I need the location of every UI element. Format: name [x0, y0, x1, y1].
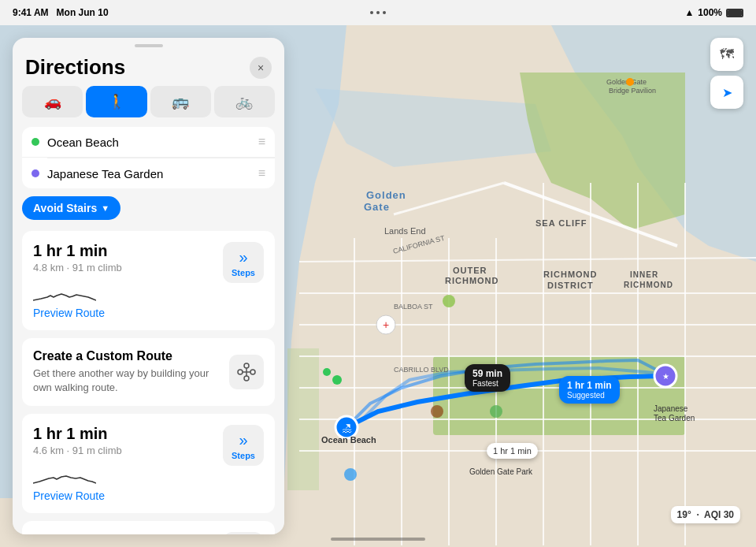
svg-point-22: [323, 368, 331, 376]
suggested-label: Suggested: [567, 391, 612, 400]
elevation-chart-2: [33, 464, 96, 486]
elevation-chart-1: [33, 281, 96, 303]
steps-label-2: Steps: [232, 451, 255, 460]
walk-icon: 🚶: [108, 93, 125, 110]
avoid-stairs-label: Avoid Stairs: [33, 202, 97, 214]
route-card-2[interactable]: » Steps 1 hr 1 min 4.6 km · 91 m climb P…: [22, 414, 275, 513]
destination-text: Japanese Tea Garden: [47, 167, 250, 180]
transport-transit[interactable]: 🚌: [150, 86, 211, 117]
status-bar: 9:41 AM Mon Jun 10 ▲ 100%: [0, 0, 756, 25]
fastest-label: Fastest: [472, 379, 502, 388]
steps-button-3[interactable]: » Steps: [223, 532, 264, 534]
bike-icon: 🚲: [235, 93, 253, 110]
drag-icon: ≡: [258, 135, 265, 149]
suggested-callout[interactable]: 1 hr 1 min Suggested: [559, 376, 620, 404]
route-1-actions: Preview Route: [33, 307, 264, 319]
steps-button-1[interactable]: » Steps: [223, 242, 264, 283]
svg-point-28: [490, 405, 502, 418]
panel-title: Directions: [25, 55, 125, 80]
map-icon: 🗺: [720, 47, 734, 63]
route-2-actions: Preview Route: [33, 489, 264, 502]
svg-text:Tea Garden: Tea Garden: [654, 414, 695, 422]
time-display: 9:41 AM: [13, 7, 49, 18]
svg-point-50: [238, 370, 243, 374]
date-display: Mon Jun 10: [57, 7, 109, 18]
svg-point-49: [626, 78, 634, 86]
svg-text:+: +: [383, 318, 389, 331]
map-buttons: 🗺 ➤: [710, 38, 743, 109]
svg-text:Ocean Beach: Ocean Beach: [321, 435, 376, 445]
steps-button-2[interactable]: » Steps: [223, 425, 264, 466]
steps-arrow-icon-2: »: [239, 431, 247, 449]
origin-text: Ocean Beach: [47, 136, 250, 149]
custom-route-text: Create a Custom Route Get there another …: [33, 349, 220, 395]
transport-walk[interactable]: 🚶: [86, 86, 146, 117]
custom-route-card[interactable]: Create a Custom Route Get there another …: [22, 338, 275, 406]
avoid-stairs-button[interactable]: Avoid Stairs ▼: [22, 196, 120, 220]
transport-car[interactable]: 🚗: [22, 86, 83, 117]
svg-point-27: [431, 405, 443, 418]
car-icon: 🚗: [44, 93, 61, 110]
svg-text:Golden Gate Park: Golden Gate Park: [469, 467, 533, 476]
svg-text:Japanese: Japanese: [654, 404, 688, 413]
custom-route-title: Create a Custom Route: [33, 349, 220, 363]
transit-icon: 🚌: [172, 93, 189, 110]
svg-text:RICHMOND: RICHMOND: [445, 276, 499, 285]
directions-panel: Directions × 🚗 🚶 🚌 🚲 Ocean Beach ≡ Japan…: [13, 38, 284, 534]
svg-text:INNER: INNER: [630, 270, 658, 279]
svg-text:Gate: Gate: [364, 201, 390, 213]
destination-input[interactable]: Japanese Tea Garden ≡: [22, 158, 275, 188]
custom-route-desc: Get there another way by building your o…: [33, 367, 220, 395]
svg-text:Golden: Golden: [366, 189, 406, 201]
svg-text:BALBOA ST: BALBOA ST: [394, 303, 433, 311]
preview-link-1[interactable]: Preview Route: [33, 307, 105, 319]
svg-text:🏖: 🏖: [342, 422, 352, 434]
svg-text:RICHMOND: RICHMOND: [543, 270, 598, 279]
svg-point-53: [244, 376, 249, 381]
custom-route-icon: [229, 355, 264, 389]
plain-duration: 1 hr 1 min: [493, 446, 532, 456]
svg-point-29: [344, 468, 357, 481]
svg-text:RICHMOND: RICHMOND: [624, 281, 673, 289]
svg-text:DISTRICT: DISTRICT: [547, 281, 594, 290]
svg-point-51: [250, 370, 255, 374]
home-indicator: [331, 538, 425, 541]
svg-text:★: ★: [662, 372, 669, 381]
close-button[interactable]: ×: [250, 57, 272, 79]
panel-header: Directions ×: [13, 47, 284, 86]
plain-callout[interactable]: 1 hr 1 min: [487, 443, 538, 459]
battery-icon: [726, 9, 743, 17]
temperature-value: 19°: [677, 509, 691, 520]
route-inputs: Ocean Beach ≡ Japanese Tea Garden ≡: [22, 127, 275, 188]
route-card-1[interactable]: » Steps 1 hr 1 min 4.8 km · 91 m climb P…: [22, 231, 275, 330]
origin-input[interactable]: Ocean Beach ≡: [22, 127, 275, 158]
svg-text:OUTER: OUTER: [453, 266, 487, 275]
location-icon: ➤: [722, 85, 732, 100]
preview-link-2[interactable]: Preview Route: [33, 489, 105, 502]
map-view-button[interactable]: 🗺: [710, 38, 743, 71]
wifi-icon: ▲: [684, 7, 694, 18]
status-dots: [370, 11, 386, 14]
svg-point-52: [244, 363, 249, 368]
steps-arrow-icon: »: [239, 248, 247, 266]
close-icon: ×: [258, 61, 264, 74]
svg-text:Lands End: Lands End: [384, 226, 426, 236]
suggested-duration: 1 hr 1 min: [567, 380, 612, 391]
temperature-badge: 19° · AQI 30: [671, 506, 740, 523]
svg-text:Bridge Pavilion: Bridge Pavilion: [609, 87, 656, 95]
route-card-3[interactable]: » Steps 59 min 4.6 km · 91 m climb: [22, 521, 275, 534]
status-time: 9:41 AM Mon Jun 10: [13, 7, 109, 18]
fastest-duration: 59 min: [472, 368, 502, 379]
svg-point-21: [332, 375, 342, 385]
aqi-value: AQI 30: [704, 509, 734, 520]
fastest-callout[interactable]: 59 min Fastest: [465, 364, 510, 392]
chevron-down-icon: ▼: [101, 203, 109, 213]
location-button[interactable]: ➤: [710, 76, 743, 109]
dest-dot: [32, 169, 39, 177]
steps-label-1: Steps: [232, 268, 255, 277]
transport-bike[interactable]: 🚲: [214, 86, 275, 117]
svg-text:SEA CLIFF: SEA CLIFF: [536, 218, 587, 228]
battery-label: 100%: [698, 7, 722, 18]
origin-dot: [32, 138, 39, 146]
svg-point-20: [443, 295, 455, 307]
